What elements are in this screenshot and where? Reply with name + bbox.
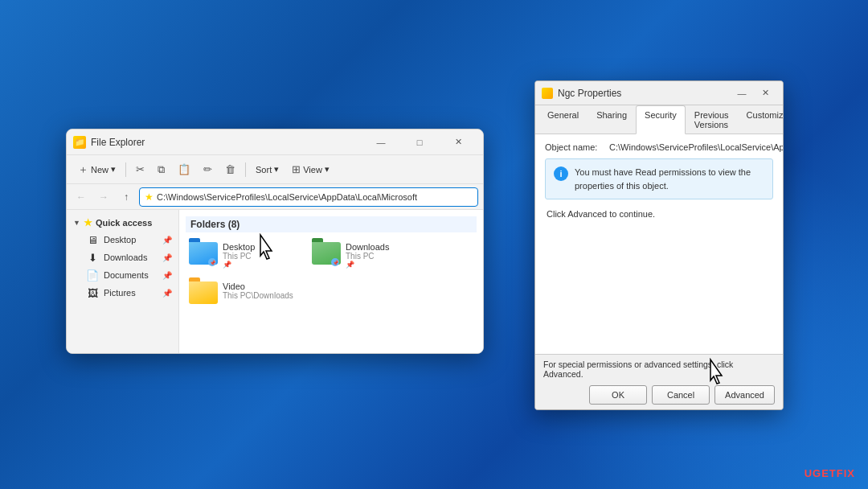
info-message: You must have Read permissions to view t… bbox=[575, 166, 764, 192]
ngc-title: Ngc Properties bbox=[558, 88, 731, 99]
up-button[interactable]: ↑ bbox=[117, 187, 136, 207]
address-path[interactable]: C:\Windows\ServiceProfiles\LocalService\… bbox=[157, 192, 473, 202]
sidebar-desktop-label: Desktop bbox=[104, 235, 136, 244]
sidebar-item-documents[interactable]: 📄 Documents 📌 bbox=[67, 266, 178, 284]
folder-item-video[interactable]: Video This PC\Downloads bbox=[186, 278, 302, 310]
documents-icon: 📄 bbox=[86, 269, 99, 281]
special-permissions-text: For special permissions or advanced sett… bbox=[543, 360, 775, 379]
view-button[interactable]: ⊞ View ▾ bbox=[287, 161, 334, 178]
pin-icon-4: 📌 bbox=[162, 289, 172, 298]
folder-path-downloads: This PC bbox=[346, 252, 422, 261]
copy-icon: ⧉ bbox=[158, 163, 165, 176]
sidebar-downloads-label: Downloads bbox=[104, 253, 147, 262]
tab-customize[interactable]: Customize bbox=[738, 105, 784, 134]
desktop-icon: 🖥 bbox=[86, 233, 99, 246]
folder-name-video: Video bbox=[223, 281, 299, 291]
forward-button[interactable]: → bbox=[94, 187, 113, 207]
close-button[interactable]: ✕ bbox=[440, 129, 477, 155]
paste-button[interactable]: 📋 bbox=[173, 161, 195, 178]
toolbar-divider-2 bbox=[245, 162, 246, 177]
info-box: i You must have Read permissions to view… bbox=[545, 158, 773, 199]
sidebar-item-desktop[interactable]: 🖥 Desktop 📌 bbox=[67, 231, 178, 249]
watermark: UGETFIX bbox=[805, 467, 855, 479]
cancel-button[interactable]: Cancel bbox=[652, 385, 710, 405]
folder-item-desktop[interactable]: 📌 Desktop This PC 📌 bbox=[186, 239, 302, 272]
folder-item-downloads[interactable]: 📌 Downloads This PC 📌 bbox=[309, 239, 425, 272]
file-explorer-icon: 📁 bbox=[73, 136, 86, 149]
ngc-titlebar: Ngc Properties — ✕ bbox=[535, 81, 783, 105]
folder-pin-icon: 📌 bbox=[208, 258, 216, 266]
cut-button[interactable]: ✂ bbox=[131, 161, 149, 178]
window-controls: — □ ✕ bbox=[362, 129, 477, 155]
sidebar-item-downloads[interactable]: ⬇ Downloads 📌 bbox=[67, 249, 178, 266]
rename-icon: ✏ bbox=[203, 163, 212, 175]
sidebar-item-pictures[interactable]: 🖼 Pictures 📌 bbox=[67, 284, 178, 302]
delete-button[interactable]: 🗑 bbox=[220, 161, 240, 178]
folder-badge-desktop: 📌 bbox=[223, 261, 299, 269]
quick-access-header[interactable]: ▼ ★ Quick access bbox=[67, 215, 178, 231]
quick-access-section: ▼ ★ Quick access 🖥 Desktop 📌 ⬇ Downloads… bbox=[67, 213, 178, 303]
pin-icon-2: 📌 bbox=[162, 253, 172, 262]
toolbar: ＋ New ▾ ✂ ⧉ 📋 ✏ 🗑 Sort ▾ ⊞ View ▾ bbox=[67, 155, 483, 184]
address-star-icon: ★ bbox=[145, 191, 154, 203]
object-name-value: C:\Windows\ServiceProfiles\LocalService\… bbox=[609, 142, 784, 152]
minimize-button[interactable]: — bbox=[362, 129, 399, 155]
ngc-dialog-buttons: OK Cancel Advanced bbox=[543, 385, 775, 405]
ngc-properties-window: Ngc Properties — ✕ General Sharing Secur… bbox=[534, 80, 784, 410]
object-name-row: Object name: C:\Windows\ServiceProfiles\… bbox=[545, 142, 773, 152]
ngc-controls: — ✕ bbox=[731, 84, 776, 102]
quick-access-label: Quick access bbox=[96, 218, 152, 228]
scissors-icon: ✂ bbox=[136, 163, 145, 175]
sidebar-pictures-label: Pictures bbox=[104, 288, 136, 298]
ngc-security-content: Object name: C:\Windows\ServiceProfiles\… bbox=[535, 134, 783, 392]
tab-security[interactable]: Security bbox=[636, 105, 686, 134]
folders-header-text: Folders (8) bbox=[190, 219, 240, 230]
folder-badge-downloads: 📌 bbox=[346, 261, 422, 269]
folder-icon-video bbox=[189, 281, 218, 307]
ngc-close-button[interactable]: ✕ bbox=[754, 84, 776, 102]
folder-pin-downloads-icon: 📌 bbox=[331, 258, 339, 266]
main-panel: Folders (8) 📌 Desktop This PC 📌 bbox=[179, 210, 483, 353]
file-explorer-window: 📁 File Explorer — □ ✕ ＋ New ▾ ✂ ⧉ 📋 ✏ 🗑 bbox=[66, 129, 484, 354]
explorer-content: ▼ ★ Quick access 🖥 Desktop 📌 ⬇ Downloads… bbox=[67, 210, 483, 353]
folder-name-desktop: Desktop bbox=[223, 242, 299, 252]
address-input-wrapper[interactable]: ★ C:\Windows\ServiceProfiles\LocalServic… bbox=[139, 187, 478, 207]
address-bar: ← → ↑ ★ C:\Windows\ServiceProfiles\Local… bbox=[67, 184, 483, 210]
ok-button[interactable]: OK bbox=[589, 385, 647, 405]
ngc-icon bbox=[542, 88, 553, 99]
ngc-minimize-button[interactable]: — bbox=[731, 84, 753, 102]
folder-name-downloads: Downloads bbox=[346, 242, 422, 252]
object-name-label: Object name: bbox=[545, 142, 609, 152]
folder-grid: 📌 Desktop This PC 📌 📌 bbox=[186, 239, 477, 310]
quick-access-star-icon: ★ bbox=[84, 217, 92, 228]
watermark-prefix: UGET bbox=[805, 467, 837, 479]
file-explorer-titlebar: 📁 File Explorer — □ ✕ bbox=[67, 129, 483, 155]
sidebar: ▼ ★ Quick access 🖥 Desktop 📌 ⬇ Downloads… bbox=[67, 210, 179, 353]
toolbar-divider-1 bbox=[125, 162, 126, 177]
copy-button[interactable]: ⧉ bbox=[153, 161, 170, 179]
advanced-button[interactable]: Advanced bbox=[714, 385, 775, 405]
back-button[interactable]: ← bbox=[72, 187, 91, 207]
sort-button[interactable]: Sort ▾ bbox=[251, 162, 284, 177]
pin-icon-3: 📌 bbox=[162, 271, 172, 280]
tab-previous-versions[interactable]: Previous Versions bbox=[686, 105, 738, 134]
folder-info-downloads: Downloads This PC 📌 bbox=[346, 242, 422, 269]
folder-info-desktop: Desktop This PC 📌 bbox=[223, 242, 299, 269]
file-explorer-title: File Explorer bbox=[91, 137, 362, 148]
watermark-suffix: FIX bbox=[837, 467, 855, 479]
tab-sharing[interactable]: Sharing bbox=[588, 105, 636, 134]
new-button[interactable]: ＋ New ▾ bbox=[73, 160, 121, 179]
maximize-button[interactable]: □ bbox=[401, 129, 438, 155]
paste-icon: 📋 bbox=[178, 163, 190, 175]
pictures-icon: 🖼 bbox=[86, 286, 99, 299]
chevron-down-icon: ▼ bbox=[73, 219, 80, 227]
tab-general[interactable]: General bbox=[538, 105, 588, 134]
folders-header: Folders (8) bbox=[186, 216, 477, 232]
pin-icon: 📌 bbox=[162, 236, 172, 244]
delete-icon: 🗑 bbox=[225, 163, 235, 175]
folder-path-desktop: This PC bbox=[223, 252, 299, 261]
sidebar-documents-label: Documents bbox=[104, 270, 149, 280]
info-circle-icon: i bbox=[554, 166, 568, 181]
rename-button[interactable]: ✏ bbox=[199, 161, 217, 178]
folder-info-video: Video This PC\Downloads bbox=[223, 281, 299, 300]
